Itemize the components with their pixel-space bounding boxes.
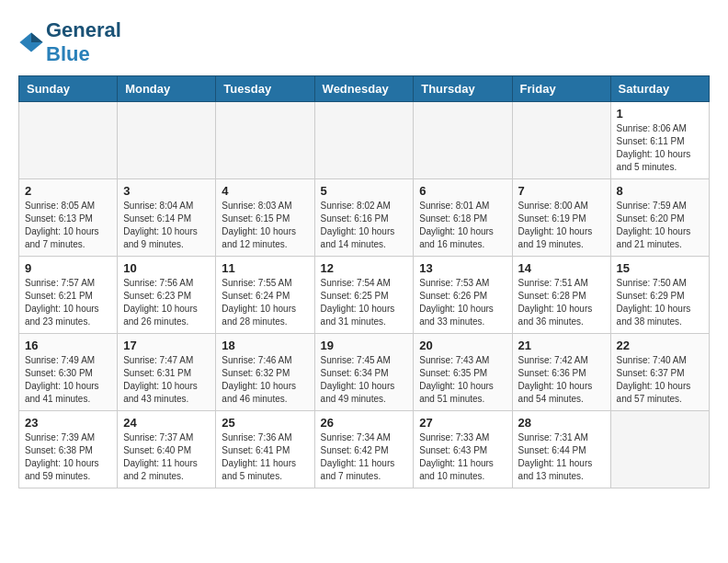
day-info: Sunrise: 7:42 AM Sunset: 6:36 PM Dayligh… [518, 354, 605, 406]
weekday-header-friday: Friday [512, 76, 610, 102]
day-cell: 15Sunrise: 7:50 AM Sunset: 6:29 PM Dayli… [610, 257, 709, 334]
day-number: 17 [123, 339, 210, 352]
day-info: Sunrise: 7:39 AM Sunset: 6:38 PM Dayligh… [25, 431, 111, 483]
day-info: Sunrise: 7:57 AM Sunset: 6:21 PM Dayligh… [25, 277, 111, 328]
day-info: Sunrise: 7:59 AM Sunset: 6:20 PM Dayligh… [617, 200, 703, 251]
day-cell: 11Sunrise: 7:55 AM Sunset: 6:24 PM Dayli… [216, 257, 314, 334]
day-number: 24 [123, 416, 210, 430]
week-row-2: 2Sunrise: 8:05 AM Sunset: 6:13 PM Daylig… [19, 179, 710, 257]
day-cell [414, 102, 512, 179]
day-cell [118, 102, 216, 179]
weekday-header-wednesday: Wednesday [314, 76, 414, 102]
day-number: 6 [419, 184, 506, 198]
day-number: 7 [518, 184, 605, 198]
week-row-4: 16Sunrise: 7:49 AM Sunset: 6:30 PM Dayli… [19, 334, 710, 411]
day-cell [610, 411, 709, 488]
day-info: Sunrise: 8:05 AM Sunset: 6:13 PM Dayligh… [25, 200, 111, 251]
day-number: 26 [321, 416, 408, 430]
svg-marker-1 [31, 33, 43, 43]
week-row-1: 1Sunrise: 8:06 AM Sunset: 6:11 PM Daylig… [19, 102, 710, 179]
day-cell: 10Sunrise: 7:56 AM Sunset: 6:23 PM Dayli… [118, 257, 216, 334]
day-number: 1 [617, 107, 703, 121]
day-number: 12 [321, 261, 408, 275]
day-number: 13 [419, 261, 506, 275]
calendar: SundayMondayTuesdayWednesdayThursdayFrid… [18, 75, 710, 488]
day-info: Sunrise: 7:31 AM Sunset: 6:44 PM Dayligh… [518, 431, 605, 483]
day-info: Sunrise: 8:06 AM Sunset: 6:11 PM Dayligh… [617, 122, 703, 174]
day-cell: 6Sunrise: 8:01 AM Sunset: 6:18 PM Daylig… [414, 179, 512, 257]
day-cell [19, 102, 118, 179]
day-info: Sunrise: 8:01 AM Sunset: 6:18 PM Dayligh… [419, 200, 506, 251]
day-info: Sunrise: 7:53 AM Sunset: 6:26 PM Dayligh… [419, 277, 506, 328]
weekday-header-row: SundayMondayTuesdayWednesdayThursdayFrid… [19, 76, 710, 102]
day-cell: 13Sunrise: 7:53 AM Sunset: 6:26 PM Dayli… [414, 257, 512, 334]
day-cell: 21Sunrise: 7:42 AM Sunset: 6:36 PM Dayli… [512, 334, 610, 411]
day-number: 25 [222, 416, 308, 430]
header: General Blue [18, 18, 710, 66]
day-cell: 5Sunrise: 8:02 AM Sunset: 6:16 PM Daylig… [314, 179, 414, 257]
day-cell: 27Sunrise: 7:33 AM Sunset: 6:43 PM Dayli… [414, 411, 512, 488]
day-cell: 26Sunrise: 7:34 AM Sunset: 6:42 PM Dayli… [314, 411, 414, 488]
day-number: 23 [25, 416, 111, 430]
day-number: 5 [321, 184, 408, 198]
weekday-header-tuesday: Tuesday [216, 76, 314, 102]
day-cell: 4Sunrise: 8:03 AM Sunset: 6:15 PM Daylig… [216, 179, 314, 257]
day-number: 14 [518, 261, 605, 275]
day-cell [512, 102, 610, 179]
day-info: Sunrise: 7:33 AM Sunset: 6:43 PM Dayligh… [419, 431, 506, 483]
day-cell: 14Sunrise: 7:51 AM Sunset: 6:28 PM Dayli… [512, 257, 610, 334]
week-row-5: 23Sunrise: 7:39 AM Sunset: 6:38 PM Dayli… [19, 411, 710, 488]
day-number: 21 [518, 339, 605, 352]
day-cell: 9Sunrise: 7:57 AM Sunset: 6:21 PM Daylig… [19, 257, 118, 334]
logo-blue-text: Blue [46, 42, 90, 65]
day-info: Sunrise: 7:45 AM Sunset: 6:34 PM Dayligh… [321, 354, 408, 406]
day-cell: 25Sunrise: 7:36 AM Sunset: 6:41 PM Dayli… [216, 411, 314, 488]
day-cell: 1Sunrise: 8:06 AM Sunset: 6:11 PM Daylig… [610, 102, 709, 179]
day-number: 15 [617, 261, 703, 275]
day-info: Sunrise: 7:37 AM Sunset: 6:40 PM Dayligh… [123, 431, 210, 483]
day-info: Sunrise: 8:02 AM Sunset: 6:16 PM Dayligh… [321, 200, 408, 251]
day-info: Sunrise: 8:00 AM Sunset: 6:19 PM Dayligh… [518, 200, 605, 251]
weekday-header-saturday: Saturday [610, 76, 709, 102]
day-cell: 18Sunrise: 7:46 AM Sunset: 6:32 PM Dayli… [216, 334, 314, 411]
day-number: 11 [222, 261, 308, 275]
day-info: Sunrise: 7:47 AM Sunset: 6:31 PM Dayligh… [123, 354, 210, 406]
day-number: 28 [518, 416, 605, 430]
logo-general-text: General [46, 18, 121, 41]
day-cell [216, 102, 314, 179]
day-cell: 23Sunrise: 7:39 AM Sunset: 6:38 PM Dayli… [19, 411, 118, 488]
day-number: 2 [25, 184, 111, 198]
day-number: 19 [321, 339, 408, 352]
day-info: Sunrise: 7:54 AM Sunset: 6:25 PM Dayligh… [321, 277, 408, 328]
day-number: 20 [419, 339, 506, 352]
day-info: Sunrise: 8:04 AM Sunset: 6:14 PM Dayligh… [123, 200, 210, 251]
day-number: 16 [25, 339, 111, 352]
day-info: Sunrise: 7:55 AM Sunset: 6:24 PM Dayligh… [222, 277, 308, 328]
day-cell: 8Sunrise: 7:59 AM Sunset: 6:20 PM Daylig… [610, 179, 709, 257]
day-number: 9 [25, 261, 111, 275]
day-number: 22 [617, 339, 703, 352]
day-cell: 28Sunrise: 7:31 AM Sunset: 6:44 PM Dayli… [512, 411, 610, 488]
day-number: 8 [617, 184, 703, 198]
day-cell: 7Sunrise: 8:00 AM Sunset: 6:19 PM Daylig… [512, 179, 610, 257]
week-row-3: 9Sunrise: 7:57 AM Sunset: 6:21 PM Daylig… [19, 257, 710, 334]
day-info: Sunrise: 7:40 AM Sunset: 6:37 PM Dayligh… [617, 354, 703, 406]
day-info: Sunrise: 7:50 AM Sunset: 6:29 PM Dayligh… [617, 277, 703, 328]
day-cell: 24Sunrise: 7:37 AM Sunset: 6:40 PM Dayli… [118, 411, 216, 488]
day-info: Sunrise: 8:03 AM Sunset: 6:15 PM Dayligh… [222, 200, 308, 251]
day-info: Sunrise: 7:49 AM Sunset: 6:30 PM Dayligh… [25, 354, 111, 406]
day-number: 27 [419, 416, 506, 430]
day-info: Sunrise: 7:34 AM Sunset: 6:42 PM Dayligh… [321, 431, 408, 483]
day-cell: 3Sunrise: 8:04 AM Sunset: 6:14 PM Daylig… [118, 179, 216, 257]
day-cell: 22Sunrise: 7:40 AM Sunset: 6:37 PM Dayli… [610, 334, 709, 411]
day-number: 4 [222, 184, 308, 198]
day-number: 10 [123, 261, 210, 275]
day-cell [314, 102, 414, 179]
day-info: Sunrise: 7:51 AM Sunset: 6:28 PM Dayligh… [518, 277, 605, 328]
day-cell: 2Sunrise: 8:05 AM Sunset: 6:13 PM Daylig… [19, 179, 118, 257]
weekday-header-monday: Monday [118, 76, 216, 102]
day-info: Sunrise: 7:43 AM Sunset: 6:35 PM Dayligh… [419, 354, 506, 406]
day-info: Sunrise: 7:56 AM Sunset: 6:23 PM Dayligh… [123, 277, 210, 328]
weekday-header-thursday: Thursday [414, 76, 512, 102]
weekday-header-sunday: Sunday [19, 76, 118, 102]
